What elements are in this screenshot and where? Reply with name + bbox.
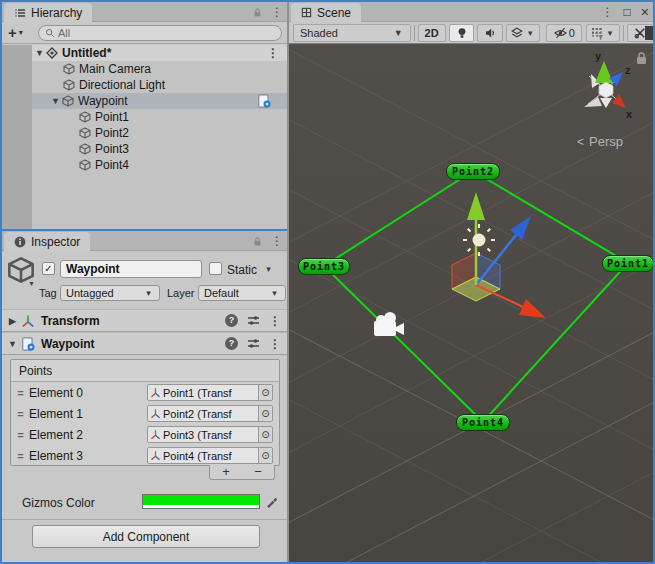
eyedropper-icon[interactable] <box>265 494 279 508</box>
add-element-button[interactable]: + <box>210 465 242 479</box>
scene-render <box>289 44 653 562</box>
hierarchy-tab-bar: Hierarchy ⋮ <box>2 2 287 22</box>
presets-icon[interactable] <box>247 337 260 350</box>
hierarchy-visibility-gutter[interactable] <box>2 45 32 229</box>
waypoint-label-point4[interactable]: Point4 <box>456 414 510 431</box>
hierarchy-toolbar: + ▾ All <box>2 22 287 44</box>
create-dropdown-icon[interactable]: ▾ <box>19 28 23 37</box>
script-badge-icon <box>257 94 271 108</box>
audio-toggle-button[interactable] <box>477 24 503 42</box>
lock-icon[interactable] <box>252 7 263 18</box>
foldout-closed-icon[interactable]: ▶ <box>7 316 18 326</box>
drag-handle-icon[interactable]: = <box>11 408 29 420</box>
unity-editor-window: Hierarchy ⋮ + ▾ All ▼ Untitled* ⋮ <box>0 0 655 564</box>
unity-scene-icon <box>46 47 58 59</box>
active-checkbox[interactable]: ✓ <box>42 262 55 275</box>
chevron-down-icon: ▾ <box>143 288 154 298</box>
projection-toggle[interactable]: < Persp <box>577 134 623 149</box>
grid-axis-label: Y <box>598 34 603 41</box>
scene-row-untitled[interactable]: ▼ Untitled* ⋮ <box>32 45 287 61</box>
drag-handle-icon[interactable]: = <box>11 429 29 441</box>
layer-dropdown[interactable]: Default▾ <box>198 285 286 301</box>
add-component-button[interactable]: Add Component <box>32 525 260 548</box>
object-field-point1[interactable]: Point1 (Transf ⊙ <box>147 384 273 401</box>
object-picker-icon[interactable]: ⊙ <box>258 448 272 463</box>
drag-handle-icon[interactable]: = <box>11 387 29 399</box>
component-header-waypoint[interactable]: ▼ Waypoint ? ⋮ <box>2 332 287 355</box>
help-icon[interactable]: ? <box>225 314 238 327</box>
tab-scene[interactable]: Scene <box>291 3 361 22</box>
axis-x-label[interactable]: x <box>626 108 632 120</box>
shading-mode-dropdown[interactable]: Shaded ▼ <box>293 24 411 42</box>
tree-item-directional-light[interactable]: Directional Light <box>32 77 287 93</box>
kebab-menu-icon[interactable]: ⋮ <box>271 6 283 18</box>
gameobject-icon-dropdown[interactable]: ▾ <box>26 279 37 288</box>
toolbar-divider <box>414 25 415 41</box>
tag-dropdown[interactable]: Untagged▾ <box>60 285 160 301</box>
object-picker-icon[interactable]: ⊙ <box>258 385 272 400</box>
kebab-menu-icon[interactable]: ⋮ <box>269 338 281 350</box>
tree-item-main-camera[interactable]: Main Camera <box>32 61 287 77</box>
axis-z-label[interactable]: z <box>625 64 631 76</box>
maximize-icon[interactable]: □ <box>624 5 631 19</box>
hierarchy-tab-label: Hierarchy <box>31 6 82 20</box>
gizmos-color-label: Gizmos Color <box>22 496 95 510</box>
grid-visibility-button[interactable]: Y ▾ <box>586 24 620 42</box>
hierarchy-tree: ▼ Untitled* ⋮ Main Camera Directional Li… <box>2 45 287 229</box>
component-header-transform[interactable]: ▶ Transform ? ⋮ <box>2 309 287 332</box>
drag-handle-icon[interactable]: = <box>11 450 29 462</box>
points-list-header[interactable]: Points <box>11 360 279 382</box>
scene-toolbar: Shaded ▼ 2D ▾ 0 Y <box>289 22 653 44</box>
object-picker-icon[interactable]: ⊙ <box>258 406 272 421</box>
presets-icon[interactable] <box>247 314 260 327</box>
object-field-point2[interactable]: Point2 (Transf ⊙ <box>147 405 273 422</box>
gameobject-cube-icon <box>63 63 75 75</box>
hierarchy-search-value: All <box>58 27 70 39</box>
foldout-open-icon[interactable]: ▼ <box>34 48 45 58</box>
tree-item-point3[interactable]: Point3 <box>32 141 287 157</box>
foldout-open-icon[interactable]: ▼ <box>7 339 18 349</box>
tab-hierarchy[interactable]: Hierarchy <box>4 3 92 22</box>
effects-toggle-button[interactable]: ▾ <box>506 24 540 42</box>
points-element-3[interactable]: = Element 3 Point4 (Transf ⊙ <box>11 445 279 466</box>
waypoint-label-point2[interactable]: Point2 <box>446 163 500 180</box>
gameobject-cube-icon <box>62 95 74 107</box>
create-button[interactable]: + <box>8 24 17 41</box>
object-picker-icon[interactable]: ⊙ <box>258 427 272 442</box>
object-field-point4[interactable]: Point4 (Transf ⊙ <box>147 447 273 464</box>
scene-tab-bar: Scene ⋮ □ × <box>289 2 653 22</box>
scene-kebab-icon[interactable]: ⋮ <box>267 47 279 59</box>
waypoint-label-point1[interactable]: Point1 <box>602 255 653 272</box>
points-list: Points = Element 0 Point1 (Transf ⊙ = El… <box>10 359 280 466</box>
foldout-open-icon[interactable]: ▼ <box>50 96 61 106</box>
scene-visibility-button[interactable]: 0 <box>546 24 582 42</box>
gameobject-name-field[interactable] <box>60 260 202 278</box>
remove-element-button[interactable]: − <box>242 465 274 479</box>
points-element-2[interactable]: = Element 2 Point3 (Transf ⊙ <box>11 424 279 445</box>
gizmos-color-field[interactable] <box>142 494 260 509</box>
tree-item-point2[interactable]: Point2 <box>32 125 287 141</box>
kebab-menu-icon[interactable]: ⋮ <box>602 6 614 18</box>
2d-toggle-button[interactable]: 2D <box>418 24 446 42</box>
axis-y-label[interactable]: y <box>595 50 601 62</box>
static-dropdown-icon[interactable]: ▾ <box>263 264 274 274</box>
clipped-toolbar-button[interactable] <box>645 26 653 40</box>
tab-inspector[interactable]: Inspector <box>4 232 90 251</box>
kebab-menu-icon[interactable]: ⋮ <box>269 315 281 327</box>
waypoint-label-point3[interactable]: Point3 <box>298 258 350 275</box>
help-icon[interactable]: ? <box>225 337 238 350</box>
lighting-toggle-button[interactable] <box>449 24 475 42</box>
scene-viewport[interactable]: y z x < Persp Point1 Point2 Point3 Point… <box>289 44 653 562</box>
lock-icon[interactable] <box>252 236 263 247</box>
object-field-point3[interactable]: Point3 (Transf ⊙ <box>147 426 273 443</box>
static-checkbox[interactable] <box>209 262 222 275</box>
speaker-icon <box>484 27 496 39</box>
close-icon[interactable]: × <box>641 4 649 20</box>
tree-item-waypoint[interactable]: ▼ Waypoint <box>32 93 287 109</box>
hierarchy-search-input[interactable]: All <box>38 25 282 41</box>
tree-item-point1[interactable]: Point1 <box>32 109 287 125</box>
tree-item-point4[interactable]: Point4 <box>32 157 287 173</box>
kebab-menu-icon[interactable]: ⋮ <box>271 235 283 247</box>
points-element-0[interactable]: = Element 0 Point1 (Transf ⊙ <box>11 382 279 403</box>
points-element-1[interactable]: = Element 1 Point2 (Transf ⊙ <box>11 403 279 424</box>
